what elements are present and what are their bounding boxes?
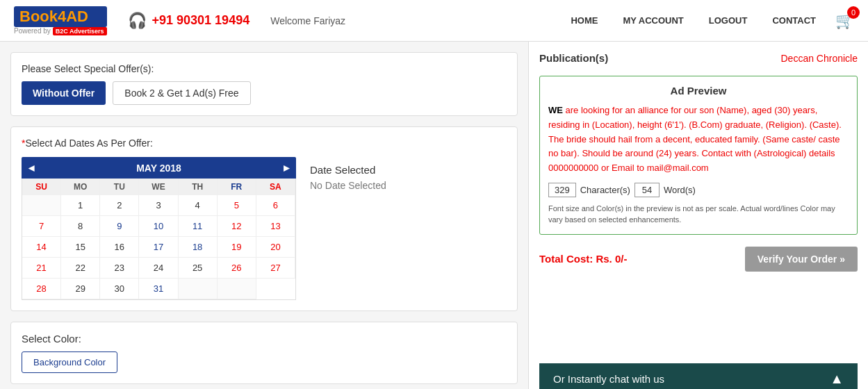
cal-cell[interactable]: 21 (22, 258, 61, 279)
ad-text-red: are looking for an alliance for our son … (548, 105, 842, 173)
cal-cell[interactable]: 27 (256, 258, 295, 279)
cal-cell[interactable]: 6 (256, 195, 295, 216)
cal-cell[interactable]: 15 (61, 237, 100, 258)
cal-cell[interactable]: 10 (139, 216, 178, 237)
cal-cell[interactable]: 11 (179, 216, 218, 237)
day-we: WE (139, 179, 178, 195)
chat-chevron-icon: ▲ (830, 371, 844, 387)
calendar-month: MAY 2018 (136, 163, 181, 174)
calendar-date-row: ◂ MAY 2018 ▸ SU MO TU WE TH FR SA (22, 157, 507, 300)
cal-cell[interactable]: 18 (179, 237, 218, 258)
logo-highlight: 4AD (58, 8, 88, 25)
total-cost-label: Total Cost: Rs. 0/- (539, 253, 627, 265)
cal-cell[interactable]: 30 (100, 279, 139, 299)
cal-cell (179, 279, 218, 299)
nav-my-account[interactable]: MY ACCOUNT (610, 0, 696, 42)
cal-cell (22, 195, 61, 216)
words-label: Word(s) (664, 185, 696, 195)
cal-cell[interactable]: 1 (61, 195, 100, 216)
right-panel: Publication(s) Deccan Chronicle Ad Previ… (528, 42, 868, 389)
cal-cell[interactable]: 3 (139, 195, 178, 216)
nav-home[interactable]: HOME (558, 0, 610, 42)
cal-cell[interactable]: 13 (256, 216, 295, 237)
background-color-button[interactable]: Background Color (22, 351, 117, 373)
ad-preview-box: Ad Preview WE are looking for an allianc… (539, 76, 858, 235)
calendar-prev-button[interactable]: ◂ (28, 161, 34, 174)
publication-row: Publication(s) Deccan Chronicle (539, 52, 858, 64)
cal-cell[interactable]: 25 (179, 258, 218, 279)
color-section: Select Color: Background Color (10, 322, 518, 384)
cal-cell[interactable]: 4 (179, 195, 218, 216)
main-container: Please Select Special Offer(s): Without … (0, 42, 868, 389)
verify-order-button[interactable]: Verify Your Order » (745, 247, 858, 272)
calendar-body: 1234567891011121314151617181920212223242… (22, 195, 295, 299)
nav-links: HOME MY ACCOUNT LOGOUT CONTACT (558, 0, 828, 42)
offer-buttons: Without Offer Book 2 & Get 1 Ad(s) Free (22, 81, 507, 105)
publication-value: Deccan Chronicle (781, 53, 858, 64)
cal-cell[interactable]: 14 (22, 237, 61, 258)
calendar-next-button[interactable]: ▸ (284, 161, 289, 174)
b2c-badge: B2C Advertisers (53, 27, 107, 35)
cal-cell[interactable]: 29 (61, 279, 100, 299)
cal-cell[interactable]: 9 (100, 216, 139, 237)
cal-cell (218, 279, 256, 299)
cal-cell[interactable]: 23 (100, 258, 139, 279)
cal-cell[interactable]: 5 (218, 195, 256, 216)
calendar-section: *Select Ad Dates As Per Offer: ◂ MAY 201… (10, 126, 518, 311)
welcome-text: Welcome Fariyaz (270, 15, 345, 26)
chat-bar[interactable]: Or Instantly chat with us ▲ (539, 363, 858, 389)
logo-area: Book4AD Powered by B2C Advertisers (14, 6, 107, 35)
day-tu: TU (100, 179, 139, 195)
characters-label: Character(s) (580, 185, 630, 195)
day-th: TH (179, 179, 218, 195)
color-label: Select Color: (22, 333, 507, 345)
cal-cell[interactable]: 28 (22, 279, 61, 299)
calendar-days-header: SU MO TU WE TH FR SA (22, 179, 295, 195)
total-cost-row: Total Cost: Rs. 0/- Verify Your Order » (539, 247, 858, 272)
phone-number: +91 90301 19494 (152, 13, 250, 28)
ad-text: WE are looking for an alliance for our s… (548, 104, 849, 176)
cal-cell[interactable]: 22 (61, 258, 100, 279)
headphone-icon: 🎧 (128, 12, 147, 30)
day-fr: FR (218, 179, 256, 195)
calendar-label: *Select Ad Dates As Per Offer: (22, 138, 507, 149)
cart-area[interactable]: 🛒 0 (835, 12, 854, 30)
phone-area: 🎧 +91 90301 19494 (128, 12, 250, 30)
powered-by: Powered by B2C Advertisers (14, 27, 107, 35)
day-mo: MO (61, 179, 100, 195)
cal-cell[interactable]: 26 (218, 258, 256, 279)
day-sa: SA (256, 179, 295, 195)
cal-cell[interactable]: 17 (139, 237, 178, 258)
cal-cell[interactable]: 20 (256, 237, 295, 258)
calendar: ◂ MAY 2018 ▸ SU MO TU WE TH FR SA (22, 157, 296, 300)
cal-cell[interactable]: 16 (100, 237, 139, 258)
cart-badge: 0 (847, 6, 860, 19)
logo-book: Book (19, 8, 58, 25)
cal-cell[interactable]: 24 (139, 258, 178, 279)
chat-bar-text: Or Instantly chat with us (553, 373, 664, 385)
book2-get1-button[interactable]: Book 2 & Get 1 Ad(s) Free (113, 81, 250, 105)
calendar-grid: SU MO TU WE TH FR SA 1234567891011121314… (22, 179, 296, 300)
date-selected-box: Date Selected No Date Selected (310, 157, 386, 198)
publication-label: Publication(s) (539, 52, 608, 64)
ad-note: Font size and Color(s) in the preview is… (548, 203, 849, 226)
offer-label: Please Select Special Offer(s): (22, 63, 507, 74)
nav-logout[interactable]: LOGOUT (696, 0, 760, 42)
offer-section: Please Select Special Offer(s): Without … (10, 52, 518, 116)
ad-text-black: WE (548, 105, 563, 115)
char-word-row: 329 Character(s) 54 Word(s) (548, 183, 849, 197)
nav-contact[interactable]: CONTACT (760, 0, 828, 42)
cal-cell[interactable]: 12 (218, 216, 256, 237)
ad-preview-title: Ad Preview (548, 85, 849, 97)
word-count: 54 (634, 183, 660, 197)
calendar-header: ◂ MAY 2018 ▸ (22, 157, 296, 179)
no-date-text: No Date Selected (310, 180, 386, 191)
cal-cell[interactable]: 19 (218, 237, 256, 258)
left-panel: Please Select Special Offer(s): Without … (0, 42, 528, 389)
cal-cell[interactable]: 7 (22, 216, 61, 237)
cal-cell[interactable]: 2 (100, 195, 139, 216)
date-selected-title: Date Selected (310, 164, 386, 176)
cal-cell[interactable]: 31 (139, 279, 178, 299)
cal-cell[interactable]: 8 (61, 216, 100, 237)
without-offer-button[interactable]: Without Offer (22, 81, 106, 105)
